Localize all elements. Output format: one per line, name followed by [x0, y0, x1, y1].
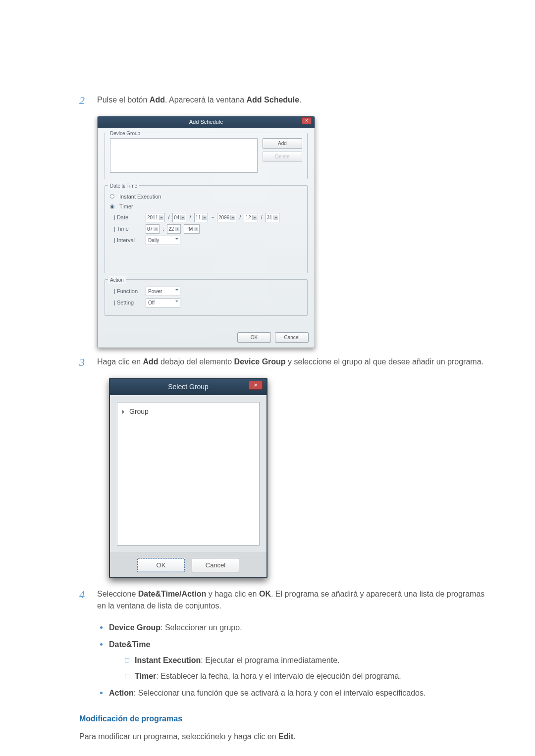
fieldset-legend: Date & Time: [108, 182, 139, 190]
text: .: [299, 96, 301, 104]
bold: Date&Time: [109, 640, 150, 649]
ok-button[interactable]: OK: [237, 332, 271, 343]
bold: Add: [150, 96, 165, 104]
step-3: 3 Haga clic en Add debajo del elemento D…: [79, 356, 485, 373]
bold: Edit: [278, 732, 293, 741]
text: Haga clic en: [97, 357, 143, 366]
bold: Timer: [135, 672, 156, 680]
day-from-spinner[interactable]: 11: [194, 213, 208, 222]
dialog-body: Group: [110, 395, 267, 553]
timer-row[interactable]: Timer: [110, 202, 302, 211]
dialog-footer: OK Cancel: [110, 553, 267, 578]
step2-text: Pulse el botón Add. Aparecerá la ventana…: [97, 94, 485, 106]
function-select[interactable]: Power: [146, 287, 180, 296]
text: : Seleccionar una función que se activar…: [134, 689, 426, 697]
bold: Device Group: [234, 357, 286, 366]
setting-select[interactable]: Off: [146, 298, 180, 307]
text: Para modificar un programa, selecciónelo…: [79, 732, 278, 741]
cancel-button[interactable]: Cancel: [192, 558, 239, 573]
text: debajo del elemento: [159, 357, 234, 366]
sep: :: [162, 225, 164, 233]
close-icon[interactable]: ×: [302, 117, 312, 124]
tree-root-item[interactable]: Group: [122, 406, 254, 417]
close-icon[interactable]: ×: [249, 381, 263, 390]
sub-bullets: Instant Execution: Ejecutar el programa …: [122, 655, 485, 682]
device-group-list[interactable]: [110, 138, 258, 173]
cancel-button[interactable]: Cancel: [275, 332, 309, 343]
ok-button[interactable]: OK: [137, 558, 185, 573]
mod-section-text: Para modificar un programa, selecciónelo…: [79, 731, 485, 743]
bullet-date-time: Date&Time Instant Execution: Ejecutar el…: [97, 639, 485, 682]
minute-spinner[interactable]: 22: [167, 224, 181, 234]
step-body: Seleccione Date&Time/Action y haga clic …: [97, 588, 485, 617]
month-to-spinner[interactable]: 12: [244, 213, 258, 222]
interval-row: | Interval Daily: [114, 236, 302, 245]
fieldset-legend: Device Group: [108, 130, 142, 137]
radio-label: Timer: [119, 202, 133, 211]
dialog-title: Add Schedule: [189, 119, 223, 125]
interval-select[interactable]: Daily: [146, 236, 180, 245]
dialog-titlebar: Select Group ×: [110, 379, 267, 395]
interval-label: | Interval: [114, 236, 143, 245]
bold: OK: [259, 590, 271, 598]
time-label: | Time: [114, 225, 143, 233]
sep: /: [168, 213, 169, 222]
date-row: | Date 2011 / 04 / 11 ~ 2099 / 12 / 31: [114, 213, 302, 222]
action-fieldset: Action | Function Power | Setting Off: [105, 279, 308, 316]
step-number: 2: [79, 94, 97, 107]
ampm-spinner[interactable]: PM: [184, 224, 200, 234]
step3-text: Haga clic en Add debajo del elemento Dev…: [97, 356, 485, 368]
hour-spinner[interactable]: 07: [146, 224, 160, 234]
month-from-spinner[interactable]: 04: [172, 213, 186, 222]
text: : Establecer la fecha, la hora y el inte…: [156, 672, 401, 680]
sub-bullet-instant: Instant Execution: Ejecutar el programa …: [122, 655, 485, 666]
delete-button: Delete: [263, 151, 302, 162]
step4-bullets: Device Group: Seleccionar un grupo. Date…: [97, 622, 485, 699]
setting-label: | Setting: [114, 299, 143, 307]
year-to-spinner[interactable]: 2099: [217, 213, 236, 222]
text: Seleccione: [97, 590, 138, 598]
text: y seleccione el grupo al que desee añadi…: [286, 357, 483, 366]
step4-text: Seleccione Date&Time/Action y haga clic …: [97, 588, 485, 612]
date-time-fieldset: Date & Time Instant Execution Timer | Da…: [105, 185, 308, 273]
tree-item-label: Group: [129, 407, 149, 415]
chevron-down-icon: [175, 238, 178, 241]
instant-execution-row[interactable]: Instant Execution: [110, 193, 302, 201]
function-label: | Function: [114, 287, 143, 296]
sep: /: [189, 213, 191, 222]
select-group-dialog: Select Group × Group OK Cancel: [109, 378, 268, 579]
fieldset-legend: Action: [108, 276, 126, 284]
group-tree[interactable]: Group: [117, 402, 260, 546]
text: Pulse el botón: [97, 96, 150, 104]
dialog-titlebar: Add Schedule ×: [98, 116, 315, 128]
year-from-spinner[interactable]: 2011: [146, 213, 165, 222]
radio-label: Instant Execution: [119, 193, 161, 201]
bullet-device-group: Device Group: Seleccionar un grupo.: [97, 622, 485, 634]
step-2: 2 Pulse el botón Add. Aparecerá la venta…: [79, 94, 485, 111]
day-to-spinner[interactable]: 31: [266, 213, 279, 222]
bold: Add: [143, 357, 159, 366]
text: . Aparecerá la ventana: [165, 96, 247, 104]
dialog-footer: OK Cancel: [98, 329, 315, 348]
device-group-fieldset: Device Group Add Delete: [105, 133, 308, 179]
dialog-title: Select Group: [168, 383, 209, 391]
text: .: [293, 732, 295, 741]
sep: /: [261, 213, 263, 222]
bold: Device Group: [109, 623, 160, 632]
step-4: 4 Seleccione Date&Time/Action y haga cli…: [79, 588, 485, 617]
chevron-down-icon: [175, 301, 178, 303]
step-body: Pulse el botón Add. Aparecerá la ventana…: [97, 94, 485, 111]
mod-section-heading: Modificación de programas: [79, 713, 485, 725]
step-body: Haga clic en Add debajo del elemento Dev…: [97, 356, 485, 373]
radio-icon[interactable]: [110, 194, 114, 199]
step-number: 4: [79, 588, 97, 601]
add-button[interactable]: Add: [263, 138, 302, 149]
add-schedule-dialog: Add Schedule × Device Group Add Delete D…: [97, 116, 315, 348]
step-number: 3: [79, 356, 97, 369]
sub-bullet-timer: Timer: Establecer la fecha, la hora y el…: [122, 670, 485, 682]
tree-expand-icon[interactable]: [122, 410, 126, 414]
time-row: | Time 07 : 22 PM: [114, 224, 302, 234]
radio-icon[interactable]: [110, 204, 114, 209]
text: : Seleccionar un grupo.: [160, 623, 242, 632]
bold: Instant Execution: [135, 656, 201, 664]
